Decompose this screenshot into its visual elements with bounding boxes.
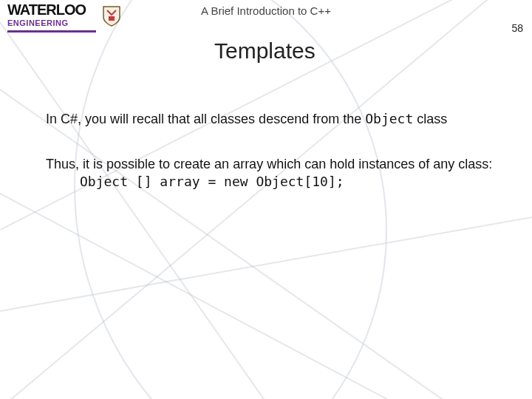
document-title: A Brief Introduction to C++ — [201, 4, 331, 17]
crest-icon — [102, 5, 121, 30]
svg-rect-0 — [109, 16, 115, 21]
paragraph-2: Thus, it is possible to create an array … — [46, 156, 502, 173]
logo-wordmark: WATERLOO ENGINEERING — [7, 3, 96, 33]
logo-top: WATERLOO — [7, 1, 86, 18]
code-line: Object [] array = new Object[10]; — [80, 174, 344, 191]
page-number: 58 — [511, 22, 523, 34]
slide-title: Templates — [214, 38, 316, 64]
para1-inline-code: Object — [365, 111, 413, 126]
paragraph-1: In C#, you will recall that all classes … — [46, 111, 502, 128]
para1-post: class — [413, 112, 447, 126]
logo-bottom: ENGINEERING — [7, 16, 96, 30]
para1-pre: In C#, you will recall that all classes … — [46, 112, 365, 126]
